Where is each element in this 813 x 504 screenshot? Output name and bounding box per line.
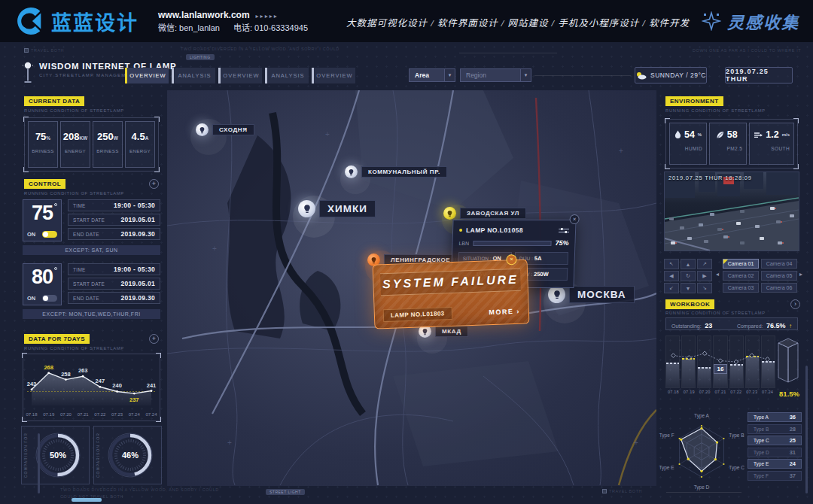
lbn-label: LBN <box>458 241 469 246</box>
svg-text:07.24: 07.24 <box>129 412 141 417</box>
panel-title: CONTROL <box>24 179 65 189</box>
type-a-row[interactable]: Type A36 <box>748 412 802 422</box>
camera-list-next-icon[interactable]: ▸ <box>799 271 802 278</box>
end-date-row[interactable]: END DATE2019.09.30 <box>68 228 160 240</box>
lbn-value: 75% <box>555 239 568 247</box>
pan-up-button[interactable]: ▲ <box>681 259 696 269</box>
svg-text:+: + <box>212 244 217 253</box>
expand-button[interactable]: + <box>149 334 159 344</box>
bottom-scroll-indicator[interactable] <box>72 498 102 502</box>
svg-text:07.20: 07.20 <box>60 412 72 417</box>
brightness-level-box-2: 80 ON <box>23 263 62 305</box>
camera-01-button[interactable]: Camera 01 <box>723 259 759 269</box>
failure-lamp-id: LAMP NO.L01803 <box>383 307 452 322</box>
seven-day-line-chart: 24326825826324724023724107.1807.1907.200… <box>23 354 160 421</box>
type-b-row[interactable]: Type B28 <box>748 424 802 434</box>
pan-down-left-button[interactable]: ↙ <box>664 283 679 293</box>
svg-text:+: + <box>634 439 638 447</box>
camera-06-button[interactable]: Camera 06 <box>761 283 797 293</box>
start-date-row[interactable]: START DATE2019.05.01 <box>68 214 160 226</box>
tab-overview-3[interactable]: OVERVIEW <box>312 68 355 83</box>
time-row[interactable]: TIME19:00 - 05:30 <box>68 263 160 275</box>
bar-label: 07.19 <box>681 390 697 394</box>
svg-text:243: 243 <box>27 381 37 387</box>
more-button[interactable]: MORE › <box>489 307 520 315</box>
panel-subtitle: RUNNING CONDITION OF STREETLAMP <box>665 311 766 315</box>
app-root: 蓝蓝设计 www.lanlanwork.com▸▸▸▸▸ 微信: ben_lan… <box>0 0 813 504</box>
camera-list-prev-icon[interactable]: ◂ <box>716 271 719 278</box>
camera-02-button[interactable]: Camera 02 <box>723 271 759 281</box>
tab-analysis-2[interactable]: ANALYSIS <box>265 68 309 83</box>
type-analysis-section: Type AType BType CType DType EType F Typ… <box>659 411 803 493</box>
pan-left-button[interactable]: ◀ <box>664 271 679 281</box>
camera-03-button[interactable]: Camera 03 <box>723 283 759 293</box>
time-row[interactable]: TIME19:00 - 05:30 <box>68 199 160 211</box>
logo: 蓝蓝设计 <box>17 7 139 36</box>
pan-down-button[interactable]: ▼ <box>681 283 696 293</box>
lamp-pin-icon <box>298 200 315 217</box>
svg-text:Type C: Type C <box>729 465 744 471</box>
sliders-icon[interactable] <box>559 227 569 234</box>
svg-text:+: + <box>619 147 623 155</box>
type-c-row[interactable]: Type C25 <box>748 436 802 445</box>
dashboard: TRAVEL BOTH TWO ROADS DIVERGED IN A YELL… <box>0 42 813 504</box>
bar-label: 07.22 <box>728 390 744 394</box>
line-chart-frame: 24326825826324724023724107.1807.1907.200… <box>23 354 160 421</box>
decor-line <box>534 75 631 76</box>
marker-moskva[interactable]: МОСКВА <box>548 286 635 303</box>
tab-overview-2[interactable]: OVERVIEW <box>218 68 262 83</box>
svg-text:240: 240 <box>112 382 122 389</box>
decor-line <box>666 492 741 493</box>
camera-05-button[interactable]: Camera 05 <box>761 271 797 281</box>
caret-down-icon[interactable]: ▾ <box>520 69 531 81</box>
system-failure-alert: × SYSTEM FAILURE LAMP NO.L01803 MORE › <box>373 259 530 329</box>
type-e-row[interactable]: Type E24 <box>748 459 802 469</box>
caret-down-icon[interactable]: ▾ <box>444 69 455 81</box>
pan-up-right-button[interactable]: ↗ <box>697 259 712 269</box>
pan-right-button[interactable]: ▶ <box>697 271 712 281</box>
pan-down-right-button[interactable]: ↘ <box>697 283 712 293</box>
phone-text: 电话: 010-63334945 <box>233 23 308 32</box>
bar-tooltip: 16 <box>714 364 727 374</box>
city-map[interactable]: +++++ СХОДНЯ КОММУНАЛЬНЫЙ ПР. ХИМКИ ЗАВО… <box>167 90 656 486</box>
decor-lighting-badge: LIGHTING <box>186 54 215 60</box>
camera-buttons: Camera 01 Camera 02 Camera 03 Camera 04 … <box>723 259 797 293</box>
camera-feed[interactable]: 2019.07.25 THUR 18:28:09 <box>664 172 799 251</box>
type-f-row[interactable]: Type F37 <box>748 471 802 481</box>
pan-up-left-button[interactable]: ↖ <box>664 259 679 269</box>
panel-subtitle: RUNNING CONDITION OF STREETLAMP <box>24 346 124 351</box>
rotate-reset-button[interactable]: ↻ <box>681 271 696 281</box>
svg-text:Type F: Type F <box>659 433 674 439</box>
start-date-row[interactable]: START DATE2019.05.01 <box>68 278 160 290</box>
lbn-progress-bar[interactable] <box>473 241 552 246</box>
svg-text:07.21: 07.21 <box>78 412 90 417</box>
tab-analysis-1[interactable]: ANALYSIS <box>172 68 215 83</box>
tab-overview-1[interactable]: OVERVIEW <box>125 68 169 83</box>
region-select[interactable]: Region ▾ <box>460 68 531 82</box>
svg-text:241: 241 <box>147 382 157 389</box>
marker-zavodskaya[interactable]: ЗАВОДСКАЯ УЛ <box>443 207 526 220</box>
left-scroll-decor[interactable] <box>38 433 40 493</box>
decor-poem-bottom-1: TWO ROADS DIVERGED IN A YELLOW WOOD, AND… <box>60 487 219 492</box>
marker-kommunalny[interactable]: КОММУНАЛЬНЫЙ ПР. <box>345 165 447 178</box>
type-d-row[interactable]: Type D31 <box>748 448 802 457</box>
marker-khimki[interactable]: ХИМКИ <box>298 200 376 217</box>
marker-skhodnya[interactable]: СХОДНЯ <box>196 123 254 136</box>
schedule-2-toggle[interactable] <box>42 295 57 302</box>
end-date-row[interactable]: END DATE2019.09.30 <box>68 292 160 304</box>
website-text: www.lanlanwork.com <box>158 10 250 20</box>
camera-dpad: ↖ ▲ ↗ ◀ ↻ ▶ ↙ ▼ ↘ <box>664 259 712 293</box>
schedule-1-toggle[interactable] <box>42 231 57 238</box>
svg-text:07.18: 07.18 <box>26 412 38 417</box>
next-button[interactable]: › <box>790 299 800 309</box>
collection-text: 灵感收集 <box>727 9 799 33</box>
right-scrollbar[interactable] <box>805 366 808 493</box>
camera-04-button[interactable]: Camera 04 <box>761 259 797 269</box>
weather-text: SUNNDAY / 29°C <box>650 71 706 79</box>
area-select[interactable]: Area ▾ <box>409 68 455 82</box>
traffic-scene <box>665 172 799 250</box>
bulb-dot-icon <box>54 203 57 206</box>
expand-button[interactable]: + <box>149 179 159 189</box>
logo-text: 蓝蓝设计 <box>51 7 139 36</box>
bulb-dot-icon <box>54 267 57 270</box>
